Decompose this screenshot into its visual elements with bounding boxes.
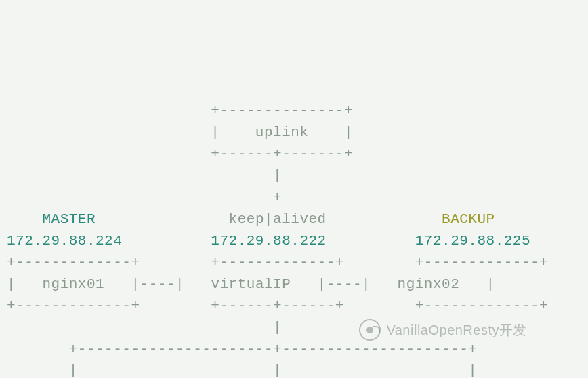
line: +--------------+ — [7, 103, 353, 119]
line — [122, 233, 211, 249]
wechat-icon — [359, 319, 381, 341]
line — [7, 211, 42, 227]
line: | — [7, 276, 42, 292]
watermark-text: VanillaOpenResty开发 — [386, 319, 527, 341]
line: +----------------------+----------------… — [7, 341, 477, 357]
line — [327, 233, 415, 249]
line: |----| — [291, 276, 397, 292]
line: | — [308, 125, 353, 140]
watermark: VanillaOpenResty开发 — [359, 319, 527, 341]
line: | — [459, 276, 495, 292]
master-ip: 172.29.88.224 — [7, 233, 122, 249]
line: | — [7, 125, 255, 140]
line: |----| — [104, 276, 211, 292]
nginx01-label: nginx01 — [42, 276, 104, 292]
backup-ip: 172.29.88.225 — [415, 233, 530, 249]
backup-label: BACKUP — [442, 211, 495, 227]
line — [96, 211, 229, 227]
line: +-------------+ +-------------+ +-------… — [7, 255, 548, 270]
line: +-------------+ +------+------+ +-------… — [7, 298, 548, 314]
keepalived-label: keep|alived — [229, 211, 327, 227]
line: | — [7, 320, 282, 335]
virtualip-box-label: virtualIP — [211, 276, 291, 292]
virtual-ip: 172.29.88.222 — [211, 233, 326, 249]
master-label: MASTER — [42, 211, 96, 227]
uplink-label: uplink — [255, 125, 309, 140]
line: +------+-------+ — [7, 146, 353, 162]
line: | — [7, 168, 282, 184]
line: | | | — [7, 363, 477, 378]
nginx02-label: nginx02 — [398, 276, 460, 292]
line: + — [7, 190, 282, 205]
line — [327, 211, 442, 227]
